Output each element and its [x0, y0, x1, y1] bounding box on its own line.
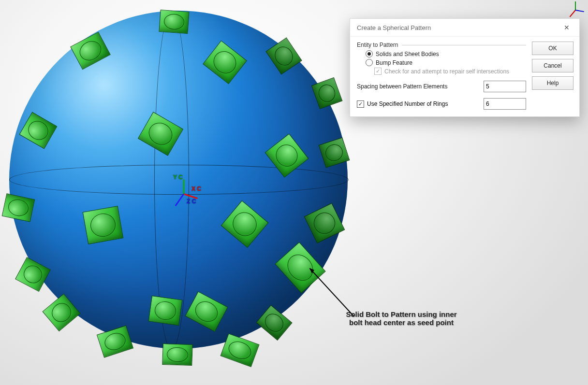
- wcs-triad: X C Y C Z C: [173, 174, 212, 213]
- bolt-instance: [220, 333, 259, 367]
- checkbox-label: Use Specified Number of Rings: [367, 100, 448, 107]
- bolt-instance: [162, 343, 192, 366]
- radio-icon: [366, 50, 373, 57]
- spacing-input[interactable]: [484, 81, 526, 92]
- bolt-instance: [148, 296, 183, 326]
- radio-icon: [366, 59, 373, 66]
- axis-label-y: Y C: [173, 174, 183, 181]
- cancel-button[interactable]: Cancel: [532, 59, 573, 72]
- bolt-instance: [83, 206, 124, 244]
- cad-viewport[interactable]: X C Y C Z C Solid Bolt to Pattern using …: [0, 0, 588, 385]
- radio-solids-and-sheet-bodies[interactable]: Solids and Sheet Bodies: [366, 50, 526, 57]
- divider: [402, 45, 526, 45]
- rings-input[interactable]: [484, 98, 526, 110]
- checkbox-icon: [374, 68, 382, 75]
- annotation-text: Solid Bolt to Pattern using inner bolt h…: [338, 310, 464, 327]
- check-use-specified-rings[interactable]: Use Specified Number of Rings: [357, 100, 479, 108]
- check-repair-intersections: Check for and attempt to repair self int…: [374, 68, 526, 75]
- checkbox-label: Check for and attempt to repair self int…: [384, 68, 509, 75]
- ok-button[interactable]: OK: [532, 42, 573, 55]
- view-triad: [567, 1, 586, 20]
- radio-label: Bump Feature: [376, 59, 412, 66]
- checkbox-icon: [357, 100, 364, 108]
- close-button[interactable]: ✕: [559, 22, 574, 33]
- dialog-titlebar[interactable]: Create a Spherical Pattern ✕: [350, 19, 579, 37]
- dialog-title: Create a Spherical Pattern: [357, 24, 431, 31]
- group-label: Entity to Pattern: [357, 42, 398, 48]
- axis-label-x: X C: [191, 185, 201, 192]
- close-icon: ✕: [564, 24, 570, 31]
- spacing-label: Spacing between Pattern Elements: [357, 83, 479, 90]
- help-button[interactable]: Help: [532, 76, 573, 90]
- axis-label-z: Z C: [187, 198, 196, 205]
- bolt-instance: [159, 10, 189, 34]
- radio-label: Solids and Sheet Bodies: [376, 51, 439, 57]
- spherical-pattern-dialog: Create a Spherical Pattern ✕ Entity to P…: [350, 18, 580, 117]
- radio-bump-feature[interactable]: Bump Feature: [366, 59, 526, 66]
